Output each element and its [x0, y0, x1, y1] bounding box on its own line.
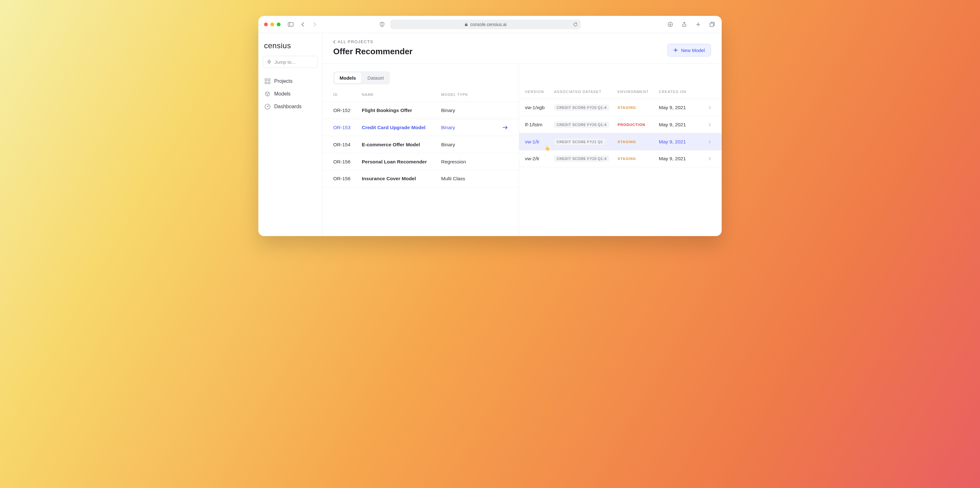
model-row[interactable]: OR-153Credit Card Upgrade ModelBinary: [323, 119, 519, 136]
arrow-right-icon: [503, 160, 508, 164]
downloads-icon[interactable]: [667, 21, 674, 28]
back-button[interactable]: [299, 21, 307, 28]
page-title: Offer Recommender: [333, 47, 412, 56]
col-created: CREATED ON: [659, 90, 703, 94]
split-pane: Models Dataset ID NAME MODEL TYPE OR-152…: [323, 64, 722, 236]
minimize-window-button[interactable]: [270, 22, 274, 26]
model-type: Binary: [441, 125, 495, 130]
svg-marker-9: [267, 60, 271, 64]
sidebar-toggle-icon[interactable]: [287, 21, 294, 28]
svg-rect-11: [268, 79, 270, 81]
lock-icon: [465, 22, 468, 26]
tabs-overview-icon[interactable]: [708, 21, 716, 28]
version-id: vw-1/lr: [525, 139, 554, 145]
version-env: STAGING: [617, 157, 659, 161]
col-version: VERSION: [525, 90, 554, 94]
grid-icon: [265, 78, 270, 84]
chevron-right-icon: [708, 106, 711, 110]
chevron-right-icon: [708, 157, 711, 161]
col-env: ENVIRONMENT: [617, 90, 659, 94]
arrow-right-icon: [503, 176, 508, 181]
sidebar-item-projects[interactable]: Projects: [263, 75, 318, 87]
version-created: May 9, 2021: [659, 139, 703, 145]
model-type: Regression: [441, 159, 495, 165]
page-header: ALL PROJECTS Offer Recommender New Model: [323, 33, 722, 64]
chevron-right-icon: [708, 123, 711, 127]
model-id: OR-156: [333, 159, 362, 165]
version-dataset: CREDIT SCORE FY21 Q1: [554, 139, 617, 145]
sidebar-item-label: Projects: [274, 78, 293, 84]
chevron-left-icon: [333, 40, 336, 44]
col-type: MODEL TYPE: [441, 93, 495, 97]
svg-rect-3: [465, 24, 468, 26]
sidebar-item-dashboards[interactable]: Dashboards: [263, 100, 318, 113]
logo: censius: [264, 41, 317, 50]
model-name: Credit Card Upgrade Model: [362, 125, 441, 130]
version-row[interactable]: vw-1/xgbCREDIT SCORE FY20 Q1-4STAGINGMay…: [519, 99, 722, 116]
version-row[interactable]: vw-1/lrCREDIT SCORE FY21 Q1STAGINGMay 9,…: [519, 133, 722, 150]
model-name: E-commerce Offer Model: [362, 142, 441, 148]
model-type: Binary: [441, 108, 495, 113]
share-icon[interactable]: [681, 21, 688, 28]
models-pane: Models Dataset ID NAME MODEL TYPE OR-152…: [323, 64, 519, 236]
svg-rect-13: [268, 82, 270, 84]
jump-placeholder: Jump to...: [275, 59, 296, 65]
model-row[interactable]: OR-156Personal Loan RecomenderRegression: [323, 153, 519, 170]
model-row[interactable]: OR-152Flight Bookings OfferBinary: [323, 102, 519, 119]
sidebar-item-label: Dashboards: [274, 104, 301, 110]
tab-dataset[interactable]: Dataset: [363, 73, 389, 83]
model-name: Personal Loan Recomender: [362, 159, 441, 165]
arrow-right-icon: [503, 126, 508, 130]
close-window-button[interactable]: [264, 22, 268, 26]
plus-icon: [673, 48, 678, 52]
version-env: PRODUCTION: [617, 123, 659, 127]
models-header-row: ID NAME MODEL TYPE: [323, 87, 519, 102]
svg-rect-0: [288, 22, 293, 26]
version-env: STAGING: [617, 106, 659, 110]
tabset: Models Dataset: [333, 72, 390, 84]
new-model-button[interactable]: New Model: [667, 44, 711, 56]
tab-label: Models: [340, 75, 356, 81]
version-created: May 9, 2021: [659, 105, 703, 110]
versions-header-row: VERSION ASSOCIATED DATASET ENVIRONMENT C…: [519, 85, 722, 99]
version-dataset: CREDIT SCORE FY20 Q1-4: [554, 121, 617, 128]
arrow-right-icon: [503, 143, 508, 147]
model-name: Insurance Cover Model: [362, 176, 441, 181]
col-id: ID: [333, 93, 362, 97]
version-row[interactable]: vw-2/lrCREDIT SCORE FY20 Q1-4STAGINGMay …: [519, 150, 722, 167]
gauge-icon: [265, 104, 270, 110]
shield-icon[interactable]: [378, 21, 386, 28]
version-created: May 9, 2021: [659, 122, 703, 127]
model-row[interactable]: OR-156Insurance Cover ModelMulti Class: [323, 170, 519, 187]
version-id: tf-1/lstm: [525, 122, 554, 127]
arrow-right-icon: [503, 108, 508, 113]
svg-rect-10: [265, 79, 267, 81]
svg-rect-12: [265, 82, 267, 84]
tab-models[interactable]: Models: [334, 73, 361, 83]
col-name: NAME: [362, 93, 441, 97]
browser-window: console.censius.ai censius: [258, 16, 722, 236]
sidebar-item-models[interactable]: Models: [263, 87, 318, 100]
model-id: OR-153: [333, 125, 362, 130]
sidebar: censius Jump to... Projects Models Dashb…: [258, 33, 323, 236]
address-bar[interactable]: console.censius.ai: [390, 20, 581, 29]
model-name: Flight Bookings Offer: [362, 108, 441, 113]
bolt-icon: [267, 59, 271, 64]
new-tab-icon[interactable]: [694, 21, 702, 28]
jump-to-input[interactable]: Jump to...: [263, 56, 318, 68]
cube-icon: [265, 91, 270, 97]
version-row[interactable]: tf-1/lstmCREDIT SCORE FY20 Q1-4PRODUCTIO…: [519, 116, 722, 133]
svg-point-17: [267, 106, 268, 107]
model-row[interactable]: OR-154E-commerce Offer ModelBinary: [323, 136, 519, 153]
model-id: OR-156: [333, 176, 362, 181]
version-dataset: CREDIT SCORE FY20 Q1-4: [554, 104, 617, 111]
model-id: OR-154: [333, 142, 362, 148]
breadcrumb[interactable]: ALL PROJECTS: [333, 39, 412, 44]
versions-pane: VERSION ASSOCIATED DATASET ENVIRONMENT C…: [519, 64, 722, 236]
forward-button[interactable]: [311, 21, 319, 28]
zoom-window-button[interactable]: [277, 22, 280, 26]
model-type: Binary: [441, 142, 495, 148]
url-text: console.censius.ai: [470, 22, 506, 27]
reload-icon[interactable]: [573, 22, 578, 27]
browser-toolbar: console.censius.ai: [258, 16, 722, 33]
